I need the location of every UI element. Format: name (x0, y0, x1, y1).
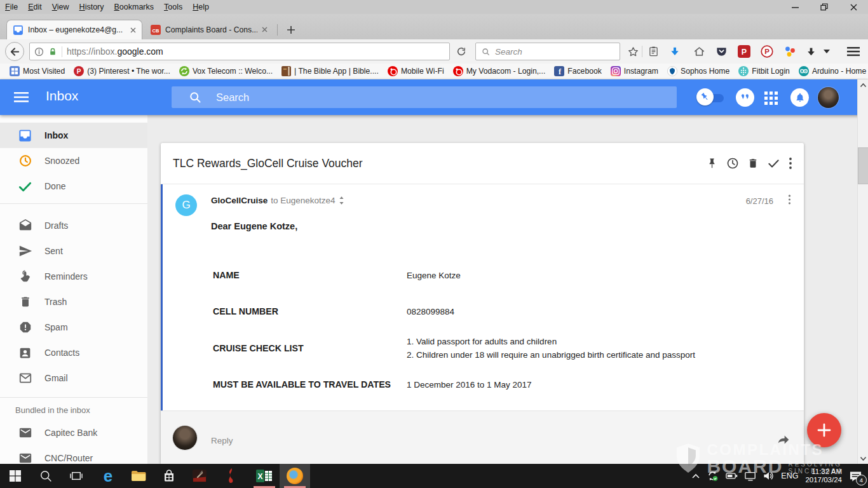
sidebar-item-sent[interactable]: Sent (0, 238, 147, 264)
forward-arrow-icon[interactable] (777, 433, 790, 444)
sidebar-item-trash[interactable]: Trash (0, 289, 147, 315)
sidebar-item-label: CNC/Router (44, 453, 93, 463)
pinterest-button[interactable]: P (736, 43, 752, 60)
start-button[interactable] (0, 464, 31, 488)
tab-close-icon[interactable] (130, 27, 136, 33)
sidebar-item-reminders[interactable]: Reminders (0, 264, 147, 289)
bookmark-instagram[interactable]: Instagram (606, 66, 663, 76)
more-options-button[interactable] (789, 157, 792, 170)
trash-button[interactable] (747, 157, 759, 170)
speaker-icon[interactable] (763, 471, 774, 481)
minimize-button[interactable] (780, 0, 810, 14)
tab-complaints-board[interactable]: CB Complaints Board - Cons... (145, 20, 273, 39)
menu-edit[interactable]: Edit (23, 0, 47, 14)
extension-dots-button[interactable] (782, 43, 798, 60)
sender-name[interactable]: GloCellCruise (211, 196, 268, 205)
reading-list-button[interactable] (645, 43, 661, 60)
taskbar-app-button-2[interactable] (215, 464, 246, 488)
snooze-button[interactable] (726, 157, 739, 170)
expand-details-icon[interactable] (339, 196, 344, 205)
scrollbar-thumb[interactable] (858, 147, 868, 184)
tray-chevron-up-icon[interactable] (692, 473, 700, 478)
url-text[interactable]: https://inbox.google.com (67, 46, 163, 57)
bookmark-fitbit-login[interactable]: Fitbit Login (734, 66, 794, 76)
bookmark-facebook[interactable]: fFacebook (550, 66, 606, 76)
language-indicator[interactable]: ENG (781, 471, 798, 480)
scroll-up-button[interactable] (858, 79, 868, 90)
app-search-bar[interactable]: Search (172, 86, 677, 108)
back-button[interactable] (5, 42, 24, 61)
new-tab-button[interactable] (283, 24, 299, 36)
menu-file[interactable]: File (0, 0, 23, 14)
taskbar-clock[interactable]: 11:32 AM 2017/03/24 (805, 468, 842, 484)
tab-close-icon[interactable] (262, 27, 268, 32)
taskbar-edge-button[interactable]: e (93, 464, 123, 488)
sync-status-icon[interactable] (707, 470, 719, 482)
email-subject: TLC Rewards_GloCell Cruise Voucher (173, 157, 363, 170)
home-button[interactable] (691, 43, 707, 60)
menu-history[interactable]: History (74, 0, 109, 14)
browser-search-field[interactable]: Search (475, 43, 620, 60)
compose-button[interactable] (807, 413, 841, 447)
firefox-taskbar-button[interactable] (280, 464, 310, 488)
windows-store-button[interactable] (154, 464, 184, 488)
scroll-down-button[interactable] (858, 453, 868, 464)
google-apps-button[interactable] (764, 92, 778, 105)
sidebar-item-done[interactable]: Done (0, 173, 147, 199)
file-explorer-button[interactable] (123, 464, 154, 488)
menu-view[interactable]: View (47, 0, 74, 14)
tab-inbox[interactable]: Inbox – eugenekotze4@g... (6, 20, 142, 39)
bookmark-star-button[interactable] (625, 43, 641, 60)
menu-help[interactable]: Help (187, 0, 214, 14)
taskbar-app-button[interactable] (184, 464, 215, 488)
task-view-button[interactable] (61, 464, 92, 488)
sender-avatar[interactable]: G (175, 194, 197, 216)
restore-button[interactable] (810, 0, 839, 14)
account-avatar[interactable] (818, 87, 839, 108)
hangouts-button[interactable] (736, 88, 754, 107)
menu-tools[interactable]: Tools (159, 0, 187, 14)
sidebar-item-drafts[interactable]: Drafts (0, 213, 147, 238)
bookmark-vox-telecom[interactable]: Vox Telecom :: Welco... (175, 66, 277, 76)
bookmark-mobile-wifi[interactable]: Mobile Wi-Fi (383, 66, 449, 76)
app-menu-button[interactable] (14, 92, 29, 103)
page-scrollbar[interactable] (857, 79, 868, 464)
sidebar-item-spam[interactable]: Spam (0, 315, 147, 340)
bookmark-most-visited[interactable]: Most Visited (5, 66, 69, 76)
pocket-button[interactable] (713, 43, 729, 60)
instagram-icon (611, 66, 621, 76)
bookmark-pinterest[interactable]: P(3) Pinterest • The wor... (69, 66, 175, 76)
excel-taskbar-button[interactable]: X (249, 464, 280, 488)
message-more-button[interactable] (788, 194, 791, 205)
downloads-button[interactable] (803, 43, 819, 60)
lock-icon[interactable] (48, 47, 57, 57)
action-center-button[interactable]: 4 (849, 470, 862, 482)
url-bar[interactable]: https://inbox.google.com (29, 43, 450, 60)
download-helper-button[interactable] (667, 43, 683, 60)
notifications-button[interactable] (790, 88, 809, 107)
downloads-dropdown-button[interactable] (822, 43, 832, 60)
sidebar-item-capitec-bank[interactable]: Capitec Bank (0, 420, 147, 445)
network-display-icon[interactable] (745, 471, 756, 481)
bookmark-sophos-home[interactable]: Sophos Home (663, 66, 734, 76)
bookmark-my-vodacom[interactable]: My Vodacom - Login,... (449, 66, 550, 76)
sidebar-item-gmail[interactable]: Gmail (0, 365, 147, 391)
sidebar-item-inbox[interactable]: Inbox (0, 123, 147, 148)
bookmark-arduino-home[interactable]: Arduino - Home (794, 66, 868, 76)
bookmark-bible-app[interactable]: | The Bible App | Bible.... (277, 66, 383, 76)
reload-button[interactable] (452, 43, 470, 60)
pin-toggle[interactable] (696, 88, 714, 105)
reply-row[interactable]: Reply (161, 410, 804, 464)
battery-icon[interactable] (726, 471, 738, 480)
pin-button[interactable] (706, 157, 718, 170)
sidebar-item-contacts[interactable]: Contacts (0, 340, 147, 365)
done-button[interactable] (767, 157, 780, 170)
menu-bookmarks[interactable]: Bookmarks (109, 0, 159, 14)
browser-menu-button[interactable] (844, 43, 863, 60)
taskbar-search-button[interactable] (31, 464, 61, 488)
sidebar-item-snoozed[interactable]: Snoozed (0, 148, 147, 173)
close-button[interactable] (839, 0, 868, 14)
pinterest-save-button[interactable]: P (759, 43, 775, 60)
reply-placeholder[interactable]: Reply (211, 436, 233, 445)
info-icon[interactable] (34, 47, 44, 57)
